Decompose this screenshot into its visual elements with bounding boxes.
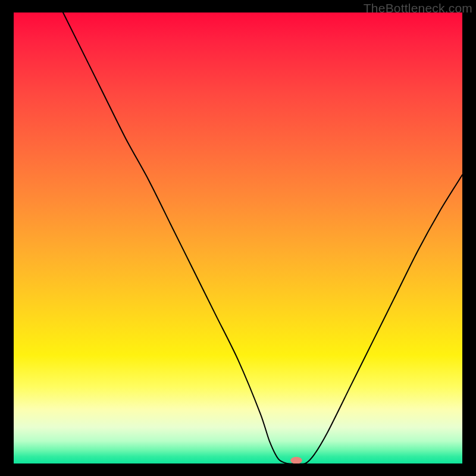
watermark-label: TheBottleneck.com	[364, 1, 472, 15]
chart-svg	[14, 12, 462, 464]
plot-area	[14, 12, 462, 464]
chart-frame: TheBottleneck.com	[0, 0, 476, 476]
optimal-marker	[290, 457, 302, 464]
bottleneck-curve	[63, 12, 462, 464]
